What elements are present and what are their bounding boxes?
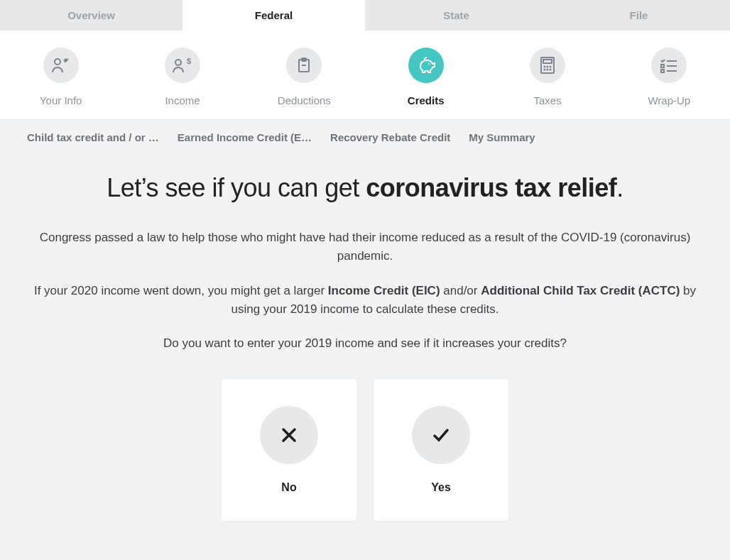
step-wrap-up[interactable]: Wrap-Up — [609, 48, 730, 106]
step-label: Income — [121, 94, 243, 106]
step-label: Taxes — [486, 94, 608, 106]
step-label: Wrap-Up — [609, 94, 730, 106]
title-prefix: Let’s see if you can get — [107, 173, 366, 202]
paragraph-3: Do you want to enter your 2019 income an… — [28, 334, 702, 353]
tab-federal[interactable]: Federal — [182, 0, 365, 31]
title-bold: coronavirus tax relief — [366, 173, 616, 202]
piggy-icon — [408, 48, 444, 83]
p2-bold-2: Additional Child Tax Credit (ACTC) — [481, 284, 680, 297]
svg-point-10 — [547, 66, 548, 67]
calculator-icon — [530, 48, 565, 83]
breadcrumb-item[interactable]: Earned Income Credit (E… — [178, 131, 312, 143]
choice-row: No Yes — [28, 379, 702, 521]
tab-overview[interactable]: Overview — [0, 0, 182, 31]
paragraph-2: If your 2020 income went down, you might… — [28, 282, 702, 319]
p2-bold-1: Income Credit (EIC) — [328, 284, 440, 297]
svg-point-11 — [550, 66, 550, 67]
choice-no[interactable]: No — [222, 379, 356, 521]
breadcrumb-item[interactable]: Child tax credit and / or … — [27, 131, 159, 143]
breadcrumb: Child tax credit and / or … Earned Incom… — [0, 120, 730, 155]
p2-a: If your 2020 income went down, you might… — [34, 284, 328, 297]
svg-point-14 — [550, 69, 550, 70]
svg-rect-16 — [661, 65, 664, 67]
paragraph-1: Congress passed a law to help those who … — [28, 229, 702, 266]
step-label: Your Info — [0, 94, 121, 106]
svg-point-0 — [55, 59, 60, 65]
choice-no-label: No — [281, 481, 296, 494]
money-icon: $ — [165, 48, 200, 83]
person-icon — [43, 48, 79, 83]
svg-rect-8 — [543, 60, 552, 63]
step-label: Credits — [365, 94, 486, 106]
checklist-icon — [651, 48, 687, 83]
x-icon — [260, 406, 318, 464]
svg-point-13 — [547, 69, 548, 70]
title-suffix: . — [616, 173, 623, 202]
step-income[interactable]: $ Income — [121, 48, 243, 106]
breadcrumb-item[interactable]: My Summary — [469, 131, 535, 143]
clipboard-icon — [286, 48, 322, 83]
step-nav: Your Info $ Income Deductions — [0, 31, 730, 120]
choice-yes-label: Yes — [431, 481, 451, 494]
svg-point-12 — [544, 69, 545, 70]
svg-rect-18 — [661, 70, 664, 72]
step-label: Deductions — [244, 94, 365, 106]
step-deductions[interactable]: Deductions — [244, 48, 365, 106]
svg-text:$: $ — [187, 57, 191, 65]
page-title: Let’s see if you can get coronavirus tax… — [28, 173, 702, 203]
svg-point-6 — [428, 63, 430, 65]
main-content: Let’s see if you can get coronavirus tax… — [0, 155, 730, 560]
choice-yes[interactable]: Yes — [374, 379, 508, 521]
tab-file[interactable]: File — [548, 0, 730, 31]
svg-point-9 — [544, 66, 545, 67]
top-tab-bar: Overview Federal State File — [0, 0, 730, 31]
step-taxes[interactable]: Taxes — [486, 48, 608, 106]
check-icon — [412, 406, 470, 464]
p2-mid: and/or — [440, 284, 481, 297]
step-your-info[interactable]: Your Info — [0, 48, 121, 106]
step-credits[interactable]: Credits — [365, 48, 486, 106]
breadcrumb-item[interactable]: Recovery Rebate Credit — [330, 131, 450, 143]
tab-state[interactable]: State — [365, 0, 548, 31]
svg-point-1 — [175, 60, 181, 65]
